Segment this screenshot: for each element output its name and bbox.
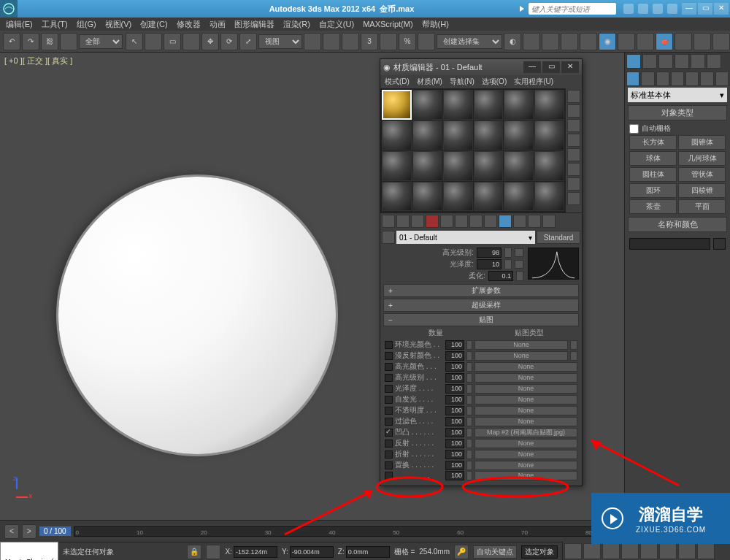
mirror-button[interactable]: ◐ — [504, 33, 521, 50]
subtab-shapes[interactable] — [641, 72, 654, 86]
search-box[interactable] — [529, 3, 616, 15]
tab-create[interactable] — [626, 54, 641, 69]
me-menu-util[interactable]: 实用程序(U) — [514, 77, 553, 87]
me-menu-material[interactable]: 材质(M) — [417, 77, 442, 87]
sample-slot-19[interactable] — [382, 182, 412, 212]
search-input[interactable] — [529, 3, 616, 15]
btn-cone[interactable]: 圆锥体 — [678, 135, 726, 150]
tool-c[interactable] — [712, 33, 730, 50]
sample-slot-12[interactable] — [534, 120, 564, 150]
btn-cylinder[interactable]: 圆柱体 — [629, 167, 677, 182]
go-parent-icon[interactable] — [528, 215, 541, 228]
z-coord[interactable]: 0.0mm — [346, 546, 390, 558]
sample-slot-21[interactable] — [443, 182, 473, 212]
maxscript-listener[interactable]: Max to Physics ( — [0, 542, 58, 560]
gloss-map-button[interactable] — [515, 260, 523, 269]
map-amount-spinner[interactable]: 100 — [445, 471, 464, 480]
map-amount-spinner[interactable]: 100 — [445, 373, 464, 383]
sample-slot-7[interactable] — [382, 120, 412, 150]
spinner-snap-button[interactable] — [418, 33, 435, 50]
spinner-buttons[interactable] — [466, 406, 472, 415]
map-side-button[interactable] — [570, 340, 577, 350]
map-checkbox[interactable] — [385, 385, 393, 393]
rollout-objecttype[interactable]: 对象类型 — [628, 105, 727, 120]
sample-slot-17[interactable] — [504, 151, 534, 181]
undo-button[interactable]: ↶ — [3, 33, 20, 50]
iso-icon[interactable] — [206, 545, 220, 559]
make-preview-icon[interactable] — [567, 163, 580, 176]
tab-hierarchy[interactable] — [658, 54, 673, 69]
menu-help[interactable]: 帮助(H) — [422, 19, 449, 30]
x-coord[interactable]: -152.124m — [234, 546, 277, 558]
sample-slot-13[interactable] — [382, 151, 412, 181]
rollout-extended[interactable]: +扩展参数 — [383, 284, 579, 297]
play-button[interactable] — [602, 543, 620, 559]
y-coord[interactable]: -90.004m — [290, 546, 334, 558]
rollout-supersampling[interactable]: +超级采样 — [383, 299, 579, 312]
spinner-buttons[interactable] — [466, 417, 472, 426]
make-copy-icon[interactable] — [440, 215, 453, 228]
autogrid-checkbox[interactable] — [629, 124, 639, 134]
spinner-buttons[interactable] — [466, 362, 472, 372]
map-amount-spinner[interactable]: 100 — [445, 417, 464, 426]
menu-tools[interactable]: 工具(T) — [42, 19, 68, 30]
map-slot-button[interactable]: None — [474, 362, 577, 372]
autokey-button[interactable]: 自动关键点 — [473, 545, 517, 559]
link-button[interactable]: ⛓ — [41, 33, 58, 50]
subtab-lights[interactable] — [656, 72, 669, 86]
map-checkbox[interactable] — [385, 418, 393, 426]
sample-slot-16[interactable] — [474, 151, 504, 181]
timeline-btn2[interactable]: > — [22, 524, 36, 539]
sample-slot-6[interactable] — [534, 90, 564, 120]
select-by-mat-icon[interactable] — [567, 192, 580, 205]
map-amount-spinner[interactable]: 100 — [445, 406, 464, 415]
minimize-button[interactable]: — — [682, 3, 696, 15]
make-unique-icon[interactable] — [455, 215, 468, 228]
map-checkbox[interactable] — [385, 396, 393, 404]
btn-teapot[interactable]: 茶壶 — [629, 199, 677, 214]
video-check-icon[interactable] — [567, 148, 580, 161]
quick-render-button[interactable]: 🫖 — [656, 33, 673, 50]
map-slot-button[interactable]: None — [474, 406, 577, 415]
map-amount-spinner[interactable]: 100 — [445, 351, 464, 361]
sample-slot-24[interactable] — [534, 182, 564, 212]
tool-b[interactable] — [694, 33, 711, 50]
me-menu-mode[interactable]: 模式(D) — [385, 77, 410, 87]
sample-slot-18[interactable] — [534, 151, 564, 181]
spinner-buttons[interactable] — [504, 259, 512, 269]
menu-group[interactable]: 组(G) — [77, 19, 96, 30]
sample-slot-8[interactable] — [412, 120, 442, 150]
sample-uv-icon[interactable] — [567, 134, 580, 147]
btn-plane[interactable]: 平面 — [678, 199, 726, 214]
background-icon[interactable] — [567, 119, 580, 132]
sample-slot-1[interactable] — [382, 90, 412, 120]
menu-animation[interactable]: 动画 — [210, 19, 226, 30]
map-checkbox[interactable] — [385, 374, 393, 382]
menu-render[interactable]: 渲染(R) — [283, 19, 310, 30]
map-slot-button[interactable]: None — [474, 373, 577, 383]
get-material-icon[interactable] — [382, 215, 395, 228]
map-slot-button[interactable]: None — [474, 450, 577, 459]
info-icon[interactable] — [638, 4, 648, 14]
material-type-button[interactable]: Standard — [537, 231, 580, 244]
star-icon[interactable] — [653, 4, 663, 14]
me-menu-nav[interactable]: 导航(N) — [450, 77, 474, 87]
goto-start-button[interactable] — [564, 543, 582, 559]
map-slot-button[interactable]: None — [474, 461, 577, 470]
rollout-namecolor[interactable]: 名称和颜色 — [628, 217, 727, 232]
map-checkbox[interactable] — [385, 363, 393, 371]
map-amount-spinner[interactable]: 100 — [445, 461, 464, 470]
map-amount-spinner[interactable]: 100 — [445, 428, 464, 437]
map-amount-spinner[interactable]: 100 — [445, 439, 464, 448]
angle-snap-button[interactable] — [380, 33, 397, 50]
sample-slot-11[interactable] — [504, 120, 534, 150]
spinner-buttons[interactable] — [516, 271, 523, 281]
manipulate-button[interactable] — [323, 33, 340, 50]
btn-geosphere[interactable]: 几何球体 — [678, 151, 726, 166]
me-menu-options[interactable]: 选项(O) — [482, 77, 507, 87]
sample-slot-5[interactable] — [504, 90, 534, 120]
btn-box[interactable]: 长方体 — [629, 135, 677, 150]
keyboard-button[interactable] — [342, 33, 359, 50]
object-color-swatch[interactable] — [713, 238, 726, 250]
rendered-frame-button[interactable] — [637, 33, 654, 50]
